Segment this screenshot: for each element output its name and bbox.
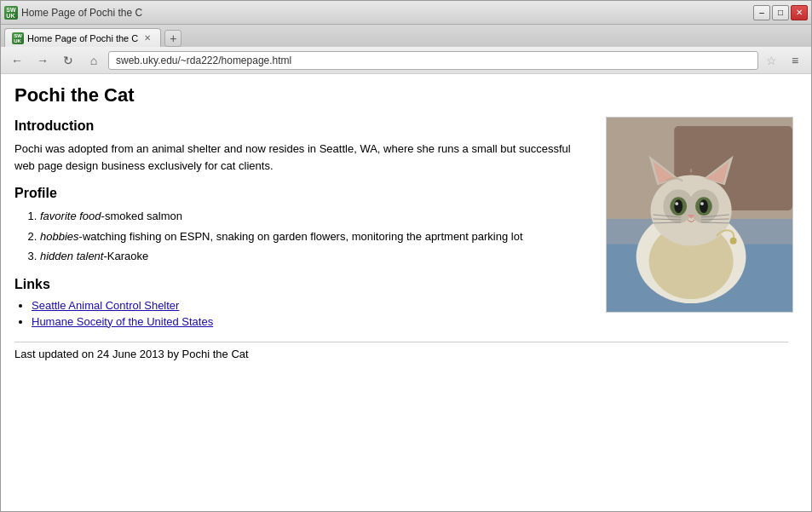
minimize-button[interactable]: –	[753, 5, 770, 20]
link-seattle-shelter[interactable]: Seattle Animal Control Shelter	[32, 299, 179, 312]
forward-button[interactable]: →	[32, 49, 54, 72]
svg-point-16	[700, 199, 708, 213]
svg-point-18	[700, 202, 704, 205]
refresh-button[interactable]: ↻	[57, 49, 79, 72]
browser-icon: SWUK	[4, 6, 18, 20]
list-item: Humane Soceity of the United States	[32, 315, 788, 328]
svg-point-15	[674, 199, 682, 213]
new-tab-button[interactable]: +	[164, 30, 181, 47]
window-controls: – □ ✕	[753, 5, 808, 20]
close-button[interactable]: ✕	[791, 5, 808, 20]
address-bar[interactable]: sweb.uky.edu/~rda222/homepage.html	[108, 51, 758, 70]
window-title: Home Page of Pochi the C	[21, 7, 753, 19]
page-content: Pochi the Cat Introduction Pochi was ado…	[1, 74, 802, 371]
profile-item-label-1: favorite food	[40, 210, 101, 222]
svg-point-17	[675, 202, 678, 205]
profile-item-text-2: -watching fishing on ESPN, snaking on ga…	[79, 230, 523, 243]
tab-label: Home Page of Pochi the C	[27, 33, 138, 43]
maximize-button[interactable]: □	[772, 5, 789, 20]
footer-divider	[14, 342, 788, 342]
title-bar: SWUK Home Page of Pochi the C – □ ✕	[1, 1, 811, 25]
url-text: sweb.uky.edu/~rda222/homepage.html	[116, 55, 291, 66]
active-tab[interactable]: SWUK Home Page of Pochi the C ✕	[4, 28, 161, 47]
cat-photo	[607, 118, 792, 312]
profile-item-text-1: -smoked salmon	[101, 210, 182, 222]
page-title: Pochi the Cat	[14, 84, 788, 106]
intro-text: Pochi was adopted from an animal shelter…	[14, 141, 594, 174]
tab-close-button[interactable]: ✕	[141, 32, 153, 44]
bookmark-button[interactable]: ☆	[762, 51, 780, 70]
svg-point-26	[730, 238, 737, 244]
footer-text: Last updated on 24 June 2013 by Pochi th…	[14, 348, 788, 360]
link-humane-society[interactable]: Humane Soceity of the United States	[32, 315, 213, 328]
profile-item-text-3: -Karaoke	[103, 250, 148, 262]
nav-bar: ← → ↻ ⌂ sweb.uky.edu/~rda222/homepage.ht…	[1, 47, 811, 74]
tab-bar: SWUK Home Page of Pochi the C ✕ +	[1, 25, 811, 47]
menu-button[interactable]: ≡	[784, 49, 806, 72]
profile-item-label-2: hobbies	[40, 230, 79, 243]
home-button[interactable]: ⌂	[83, 49, 105, 72]
back-button[interactable]: ←	[6, 49, 28, 72]
cat-image	[606, 117, 793, 313]
profile-item-label-3: hidden talent	[40, 250, 103, 262]
tab-favicon: SWUK	[12, 32, 24, 44]
page-area: Pochi the Cat Introduction Pochi was ado…	[1, 74, 811, 511]
